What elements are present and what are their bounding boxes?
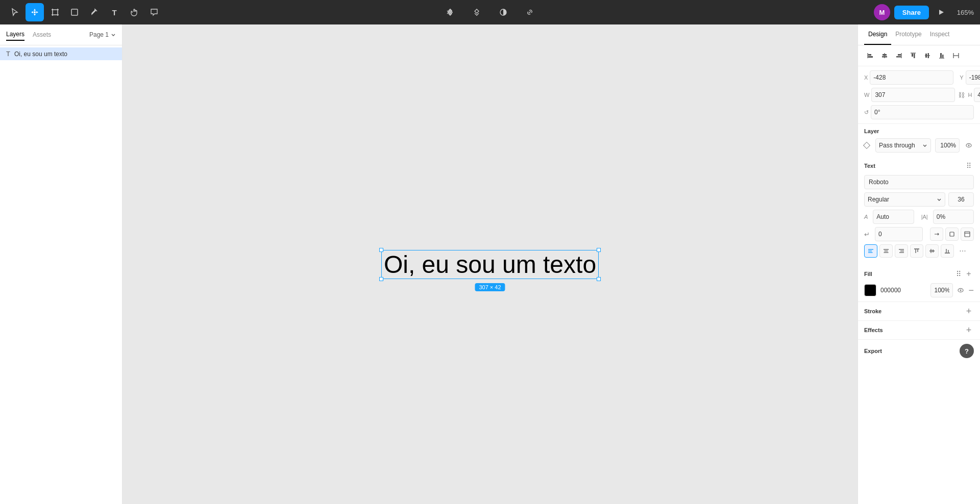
text-tool-btn[interactable]: T <box>105 3 124 21</box>
handle-top-left[interactable] <box>379 248 383 252</box>
blend-mode-select[interactable]: Pass through <box>875 138 931 153</box>
link-tool-btn[interactable] <box>521 3 539 21</box>
tab-assets[interactable]: Assets <box>33 29 51 40</box>
stroke-section-row: Stroke + <box>864 306 974 316</box>
w-input[interactable] <box>871 88 955 102</box>
share-button[interactable]: Share <box>894 6 929 19</box>
valign-bottom-btn[interactable] <box>941 244 954 258</box>
align-center-h-btn[interactable] <box>878 49 891 62</box>
handle-bottom-right[interactable] <box>597 277 601 281</box>
tool-group-pen: T <box>86 3 124 21</box>
text-more-btn[interactable]: ··· <box>956 244 969 258</box>
canvas-area[interactable]: Oi, eu sou um texto 307 × 42 <box>122 24 857 504</box>
svg-rect-18 <box>882 56 887 58</box>
export-section: Export ? <box>858 339 980 362</box>
align-left-btn[interactable] <box>864 49 876 62</box>
tab-design[interactable]: Design <box>864 24 891 45</box>
toolbar: T <box>0 0 980 24</box>
line-height-input[interactable] <box>873 210 914 224</box>
blend-mode-label: Pass through <box>879 142 915 149</box>
align-top-btn[interactable] <box>907 49 919 62</box>
valign-middle-btn[interactable] <box>925 244 939 258</box>
letter-spacing-input[interactable] <box>933 210 974 224</box>
letter-spacing-icon: |A| <box>921 214 928 220</box>
text-align-left-btn[interactable] <box>864 244 877 258</box>
handle-top-right[interactable] <box>597 248 601 252</box>
font-size-input[interactable] <box>948 192 974 207</box>
svg-rect-24 <box>914 54 915 58</box>
text-section-dots[interactable]: ⠿ <box>964 161 974 171</box>
align-bottom-btn[interactable] <box>936 49 948 62</box>
resize-auto-height-btn[interactable] <box>945 228 959 241</box>
text-align-row: ··· <box>864 244 974 258</box>
canvas-text[interactable]: Oi, eu sou um texto <box>381 250 599 279</box>
toolbar-center <box>441 3 539 21</box>
align-center-v-btn[interactable] <box>921 49 934 62</box>
layer-item[interactable]: T Oi, eu sou um texto <box>0 47 122 60</box>
x-input[interactable] <box>870 70 953 85</box>
fill-opacity-input[interactable] <box>930 283 953 297</box>
x-label: X <box>864 74 868 81</box>
svg-rect-17 <box>883 54 887 56</box>
fill-color-swatch[interactable] <box>864 284 876 296</box>
tab-prototype[interactable]: Prototype <box>891 24 925 45</box>
angle-row: ↺ <box>864 105 974 119</box>
resize-auto-width-btn[interactable] <box>930 228 943 241</box>
angle-input[interactable] <box>871 105 974 119</box>
help-button[interactable]: ? <box>960 344 974 358</box>
text-align-center-btn[interactable] <box>879 244 893 258</box>
svg-rect-36 <box>950 232 954 236</box>
effects-section-label: Effects <box>864 327 964 333</box>
select-tool-btn[interactable] <box>6 3 24 21</box>
text-section-title: Text <box>864 163 964 169</box>
valign-top-btn[interactable] <box>910 244 923 258</box>
h-input[interactable] <box>974 88 980 102</box>
tab-inspect[interactable]: Inspect <box>926 24 954 45</box>
constrain-icon[interactable]: ⛓ <box>958 91 965 99</box>
font-style-select[interactable]: Regular <box>864 192 945 207</box>
svg-point-0 <box>34 11 36 13</box>
size-tooltip: 307 × 42 <box>475 283 505 291</box>
stroke-add-btn[interactable]: + <box>964 306 974 316</box>
effects-section-row: Effects + <box>864 325 974 335</box>
contrast-tool-btn[interactable] <box>494 3 512 21</box>
font-style-row: Regular <box>864 192 974 207</box>
fill-add-btn[interactable]: + <box>964 269 974 279</box>
align-right-btn[interactable] <box>893 49 905 62</box>
play-button[interactable] <box>933 4 949 20</box>
export-section-label: Export <box>864 348 960 354</box>
assets-tool-btn[interactable] <box>468 3 486 21</box>
fill-color-label: 000000 <box>880 287 926 294</box>
handle-bottom-left[interactable] <box>379 277 383 281</box>
component-tool-btn[interactable] <box>441 3 459 21</box>
page-selector[interactable]: Page 1 <box>89 31 116 38</box>
frame-tool-btn[interactable] <box>46 3 64 21</box>
indent-input[interactable] <box>875 227 923 241</box>
toolbar-left: T <box>6 3 872 21</box>
fill-minus-btn[interactable]: − <box>968 285 974 296</box>
font-name-input[interactable] <box>864 175 974 189</box>
hand-tool-btn[interactable] <box>126 3 144 21</box>
w-label: W <box>864 92 869 98</box>
shape-tool-btn[interactable] <box>65 3 84 21</box>
pen-tool-btn[interactable] <box>86 3 104 21</box>
avatar[interactable]: M <box>874 4 890 20</box>
effects-add-btn[interactable]: + <box>964 325 974 335</box>
text-align-right-btn[interactable] <box>895 244 908 258</box>
tool-group-frame <box>46 3 84 21</box>
fill-visibility-btn[interactable] <box>957 287 964 294</box>
comment-tool-btn[interactable] <box>145 3 163 21</box>
blend-mode-icon <box>863 142 870 149</box>
resize-fixed-btn[interactable] <box>961 228 974 241</box>
text-element-container: Oi, eu sou um texto 307 × 42 <box>381 250 599 279</box>
tab-layers[interactable]: Layers <box>6 29 24 41</box>
move-tool-btn[interactable] <box>26 3 44 21</box>
line-height-icon: A <box>864 214 868 220</box>
y-input[interactable] <box>966 70 980 85</box>
opacity-input[interactable] <box>935 138 960 153</box>
distribute-btn[interactable] <box>950 49 962 62</box>
text-section-header: Text ⠿ <box>858 157 980 173</box>
zoom-label[interactable]: 165% <box>953 9 974 16</box>
layer-visibility-btn[interactable] <box>964 140 974 150</box>
fill-section-dots[interactable]: ⠿ <box>953 269 964 279</box>
